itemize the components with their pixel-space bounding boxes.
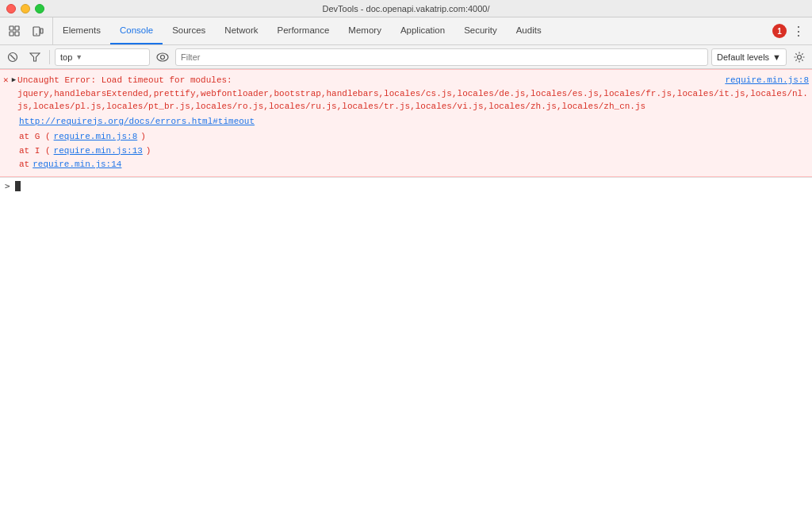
tab-console[interactable]: Console — [110, 17, 163, 44]
window-title: DevTools - doc.openapi.vakatrip.com:4000… — [323, 4, 490, 13]
nav-icons-group — [0, 17, 53, 44]
preserve-log-button[interactable] — [153, 48, 172, 67]
inspect-element-button[interactable] — [3, 21, 25, 41]
error-expand-triangle[interactable]: ▶ — [12, 75, 16, 84]
stack-line-2: at I (require.min.js:13) — [19, 144, 809, 159]
tab-memory[interactable]: Memory — [339, 17, 391, 44]
svg-line-8 — [10, 55, 15, 60]
traffic-lights — [6, 4, 44, 13]
maximize-button[interactable] — [35, 4, 44, 13]
filter-icon — [25, 48, 44, 67]
stack-ref-2[interactable]: require.min.js:13 — [54, 144, 143, 159]
device-toolbar-button[interactable] — [27, 21, 49, 41]
tab-performance[interactable]: Performance — [268, 17, 339, 44]
tab-application[interactable]: Application — [391, 17, 454, 44]
nav-bar: Elements Console Sources Network Perform… — [0, 17, 812, 45]
log-level-selector[interactable]: Default levels ▼ — [711, 48, 787, 66]
title-bar: DevTools - doc.openapi.vakatrip.com:4000… — [0, 0, 812, 17]
tab-audits[interactable]: Audits — [507, 17, 551, 44]
console-prompt: > — [5, 181, 10, 191]
svg-marker-9 — [30, 53, 40, 61]
nav-right-controls: 1 ⋮ — [768, 17, 812, 44]
svg-rect-2 — [15, 26, 19, 30]
tab-security[interactable]: Security — [454, 17, 507, 44]
chevron-down-icon: ▼ — [75, 53, 82, 61]
error-message-content: Uncaught Error: Load timeout for modules… — [17, 74, 809, 114]
context-selector[interactable]: top ▼ — [55, 48, 150, 66]
svg-point-10 — [157, 53, 168, 61]
svg-rect-3 — [15, 32, 19, 36]
toolbar-divider — [49, 50, 50, 64]
tab-elements[interactable]: Elements — [53, 17, 110, 44]
console-toolbar: top ▼ Default levels ▼ — [0, 45, 812, 69]
svg-point-11 — [161, 55, 165, 59]
clear-console-button[interactable] — [3, 48, 22, 67]
stack-ref-1[interactable]: require.min.js:8 — [54, 130, 138, 144]
error-source-link[interactable]: require.min.js:8 — [725, 74, 809, 87]
console-cursor — [15, 181, 21, 191]
devtools-panel: Elements Console Sources Network Perform… — [0, 17, 812, 508]
svg-point-12 — [798, 55, 802, 59]
stack-line-1: at G (require.min.js:8) — [19, 130, 809, 144]
console-settings-button[interactable] — [790, 48, 809, 67]
minimize-button[interactable] — [21, 4, 30, 13]
stack-ref-3[interactable]: require.min.js:14 — [33, 158, 121, 172]
error-count-badge: 1 — [772, 24, 787, 38]
svg-rect-5 — [40, 29, 43, 33]
stack-line-3: at require.min.js:14 — [19, 158, 809, 172]
chevron-down-icon: ▼ — [772, 52, 781, 62]
svg-rect-1 — [10, 32, 13, 36]
nav-tabs: Elements Console Sources Network Perform… — [53, 17, 768, 44]
tab-network[interactable]: Network — [215, 17, 267, 44]
error-stacktrace: http://requirejs.org/docs/errors.html#ti… — [0, 115, 812, 174]
more-options-button[interactable]: ⋮ — [790, 22, 807, 40]
close-button[interactable] — [6, 4, 16, 13]
error-icon: ✕ — [3, 75, 9, 85]
svg-rect-0 — [10, 26, 13, 30]
filter-input[interactable] — [175, 48, 708, 66]
tab-sources[interactable]: Sources — [163, 17, 215, 44]
console-input-row[interactable]: > — [0, 177, 812, 194]
error-main-row: ✕ ▶ Uncaught Error: Load timeout for mod… — [0, 72, 812, 115]
console-output[interactable]: ✕ ▶ Uncaught Error: Load timeout for mod… — [0, 69, 812, 508]
error-docs-link[interactable]: http://requirejs.org/docs/errors.html#ti… — [19, 117, 255, 126]
console-error-block: ✕ ▶ Uncaught Error: Load timeout for mod… — [0, 69, 812, 177]
